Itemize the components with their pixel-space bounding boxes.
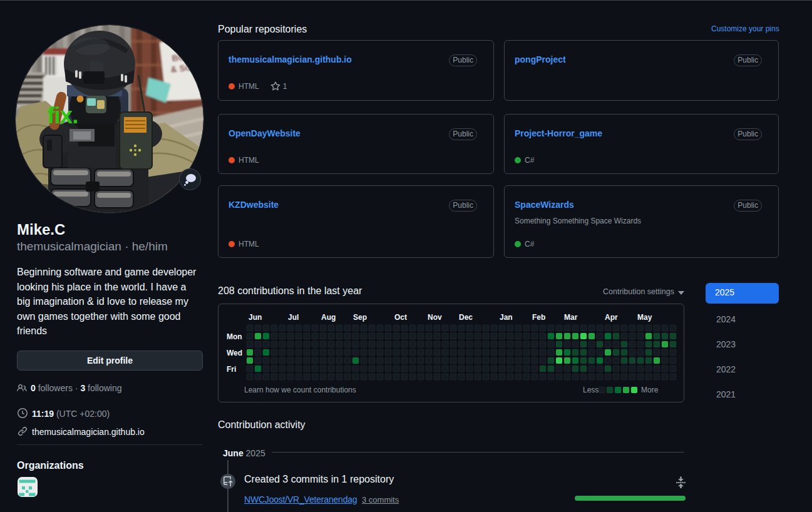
svg-text:Fri: Fri: [227, 365, 236, 374]
svg-text:Dec: Dec: [459, 313, 473, 322]
svg-text:Jun: Jun: [249, 313, 262, 322]
svg-text:BOU: BOU: [172, 51, 192, 63]
svg-text:Jan: Jan: [500, 313, 513, 322]
svg-text:Aug: Aug: [321, 313, 336, 322]
svg-text:Jul: Jul: [288, 313, 299, 322]
svg-text:Feb: Feb: [532, 313, 545, 322]
svg-text:& SOL: & SOL: [170, 62, 198, 74]
svg-text:Wed: Wed: [227, 349, 242, 357]
svg-text:Oct: Oct: [394, 313, 407, 322]
svg-text:Mon: Mon: [227, 332, 242, 341]
svg-text:fix.: fix.: [47, 103, 78, 128]
svg-text:May: May: [637, 313, 652, 322]
svg-text:Apr: Apr: [605, 313, 618, 322]
svg-text:Mar: Mar: [564, 313, 578, 322]
svg-text:Nov: Nov: [428, 313, 442, 322]
svg-text:Sep: Sep: [353, 313, 367, 322]
